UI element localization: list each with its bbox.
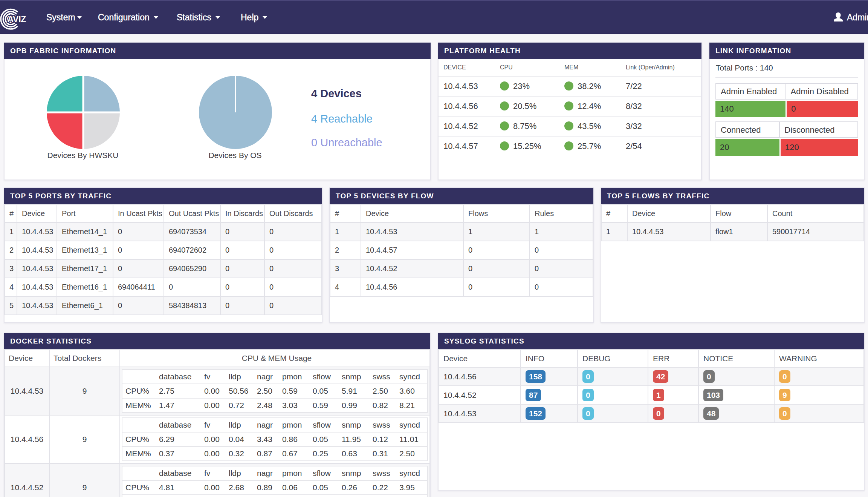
svg-text:AVIZ: AVIZ xyxy=(8,14,26,24)
